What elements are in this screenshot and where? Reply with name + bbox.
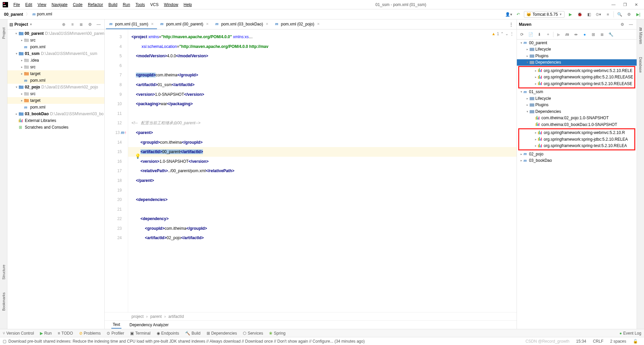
tw-services[interactable]: ⬡Services (243, 331, 263, 336)
settings-icon[interactable]: ⚙ (619, 21, 626, 28)
expand-arrow-icon[interactable]: ▸ (19, 72, 24, 75)
expand-arrow-icon[interactable]: ▾ (14, 85, 19, 89)
tw-build[interactable]: 🔨Build (185, 331, 201, 336)
expand-arrow-icon[interactable]: ▸ (533, 131, 538, 134)
tree-item-03_bookDao[interactable]: ▸03_bookDaoD:\Java01\SSM\maven\03_bo (7, 111, 104, 117)
breadcrumb-root[interactable]: 00_parent (2, 11, 25, 17)
expand-arrow-icon[interactable]: ▸ (519, 159, 524, 162)
code-line-24[interactable]: <artifactId>02_pojo</artifactId> (128, 233, 517, 243)
maven-node[interactable]: ▸m03_bookDao (517, 157, 637, 164)
code-line-10[interactable]: <packaging>war</packaging> (128, 99, 517, 109)
expand-arrow-icon[interactable]: ▾ (14, 32, 19, 35)
tree-item-Scratches and Consoles[interactable]: ⊞Scratches and Consoles (7, 124, 104, 131)
menu-tools[interactable]: Tools (133, 2, 148, 8)
editor-breadcrumbs[interactable]: project› parent› artifactId (105, 312, 517, 320)
expand-arrow-icon[interactable]: ▸ (533, 138, 538, 141)
maven-node[interactable]: ▸Lifecycle (517, 46, 637, 53)
close-icon[interactable]: ✕ (206, 22, 209, 26)
hide-panel-icon[interactable]: — (95, 21, 102, 28)
maven-node[interactable]: ▸org.springframework:spring-webmvc:5.2.1… (519, 67, 634, 74)
code-line-7[interactable]: <groupId>com.itheima</groupId> (128, 70, 517, 80)
code-line-5[interactable]: <modelVersion>4.0.0</modelVersion> (128, 51, 517, 61)
add-user-icon[interactable]: 👤▾ (505, 11, 513, 18)
code-line-4[interactable]: xsi:schemaLocation="http://maven.apache.… (128, 42, 517, 52)
code-line-21[interactable] (128, 205, 517, 214)
chevron-down-icon[interactable]: ▼ (30, 23, 33, 26)
code-line-12[interactable]: <!-- 配置当前工程继承自00_parent--> (128, 118, 517, 128)
tw-problems[interactable]: ⊘Problems (79, 331, 101, 336)
status-toggle-icon[interactable]: ▢ (3, 339, 6, 344)
tabs-more-icon[interactable]: ⋮ (506, 22, 517, 27)
editor-tab[interactable]: mpom.xml (01_ssm)✕ (106, 20, 157, 29)
maven-node[interactable]: com.itheima:03_bookDao:1.0-SNAPSHOT (517, 121, 637, 128)
expand-arrow-icon[interactable]: ▾ (525, 110, 530, 113)
maven-node[interactable]: ▸org.springframework:spring-test:5.2.10.… (519, 80, 634, 87)
expand-arrow-icon[interactable]: ▸ (525, 103, 530, 107)
maven-node[interactable]: ▸Lifecycle (517, 95, 637, 102)
toggle-skip-tests-icon[interactable]: ● (581, 31, 588, 38)
show-dependencies-icon[interactable]: ⊞ (590, 31, 597, 38)
maven-node[interactable]: ▸m02_pojo (517, 151, 637, 157)
status-message[interactable]: Download pre-built shared indexes: Reduc… (8, 339, 522, 344)
code-line-18[interactable]: </parent> (128, 176, 517, 186)
close-icon[interactable]: ✕ (151, 22, 154, 26)
tree-item-target[interactable]: ▸target (7, 97, 104, 104)
expand-arrow-icon[interactable]: ▾ (519, 90, 524, 93)
maven-tree[interactable]: ▾m00_parent▸Lifecycle▸Plugins▾Dependenci… (517, 40, 637, 329)
code-line-9[interactable]: <version>1.0-SNAPSHOT</version> (128, 90, 517, 99)
expand-arrow-icon[interactable]: ▸ (533, 144, 538, 147)
settings-icon[interactable]: ⚙ (625, 11, 633, 18)
code-line-14[interactable]: <groupId>com.itheima</groupId> (128, 138, 517, 147)
code-line-16[interactable]: <version>1.0-SNAPSHOT</version> (128, 157, 517, 166)
tree-item-src[interactable]: ▸src (7, 64, 104, 70)
tree-item-External Libraries[interactable]: External Libraries (7, 117, 104, 124)
close-icon[interactable]: ✕ (317, 22, 320, 26)
rail-maven[interactable]: m Maven (638, 26, 643, 46)
expand-arrow-icon[interactable]: ▸ (19, 65, 24, 69)
expand-arrow-icon[interactable] (531, 116, 536, 120)
code[interactable]: <project xmlns="http://maven.apache.org/… (128, 29, 517, 312)
coverage-button[interactable]: ◧ (585, 11, 593, 18)
expand-arrow-icon[interactable]: ▸ (525, 48, 530, 51)
breadcrumb-file[interactable]: mpom.xml (31, 11, 54, 17)
tree-item-00_parent[interactable]: ▾00_parentD:\Java01\SSM\maven\00_paren (7, 30, 104, 37)
execute-goal-icon[interactable]: m (564, 31, 571, 38)
menu-edit[interactable]: Edit (22, 2, 35, 8)
code-line-11[interactable] (128, 109, 517, 119)
collapse-all-icon[interactable]: ≣ (77, 21, 85, 28)
expand-arrow-icon[interactable]: ▸ (533, 69, 538, 72)
tw-endpoints[interactable]: ◉Endpoints (157, 331, 179, 336)
editor-tab[interactable]: mpom.xml (03_bookDao)✕ (212, 20, 272, 29)
rail-structure[interactable]: Structure (2, 263, 6, 281)
tree-item-pom.xml[interactable]: mpom.xml (7, 77, 104, 84)
maven-settings-icon[interactable]: 🔧 (607, 31, 614, 38)
tree-item-src[interactable]: ▸src (7, 90, 104, 97)
editor-tab[interactable]: mpom.xml (00_parent)✕ (157, 20, 212, 29)
code-line-15[interactable]: <artifactId>00_parent</artifactId> (128, 147, 517, 157)
expand-arrow-icon[interactable]: ▾ (14, 52, 19, 55)
toggle-offline-icon[interactable]: ⇹ (572, 31, 580, 38)
run-button[interactable]: ▶ (567, 11, 574, 18)
editor-tab[interactable]: mpom.xml (02_pojo)✕ (272, 20, 323, 29)
maven-node[interactable]: ▾m00_parent (517, 40, 637, 46)
add-icon[interactable]: ＋ (544, 31, 552, 38)
code-line-3[interactable]: <project xmlns="http://maven.apache.org/… (128, 32, 517, 42)
close-button[interactable]: ✕ (631, 1, 641, 8)
menu-file[interactable]: File (11, 2, 22, 8)
tw-event-log[interactable]: ●Event Log (620, 331, 641, 336)
tree-item-target[interactable]: ▸target (7, 70, 104, 77)
status-lock-icon[interactable]: 🔓 (630, 339, 641, 344)
tree-item-src[interactable]: ▸src (7, 37, 104, 44)
maven-node[interactable]: ▾Dependencies (517, 108, 637, 115)
expand-arrow-icon[interactable]: ▸ (14, 112, 19, 116)
code-line-6[interactable] (128, 61, 517, 71)
menu-run[interactable]: Run (120, 2, 133, 8)
menu-help[interactable]: Help (181, 2, 195, 8)
status-indent[interactable]: 2 spaces (607, 339, 630, 344)
expand-arrow-icon[interactable]: ▸ (525, 54, 530, 58)
expand-all-icon[interactable]: ≡ (69, 21, 76, 28)
menu-vcs[interactable]: VCS (148, 2, 161, 8)
expand-arrow-icon[interactable]: ▾ (519, 41, 524, 45)
expand-arrow-icon[interactable] (531, 123, 536, 126)
tw-terminal[interactable]: ▣Terminal (130, 331, 150, 336)
